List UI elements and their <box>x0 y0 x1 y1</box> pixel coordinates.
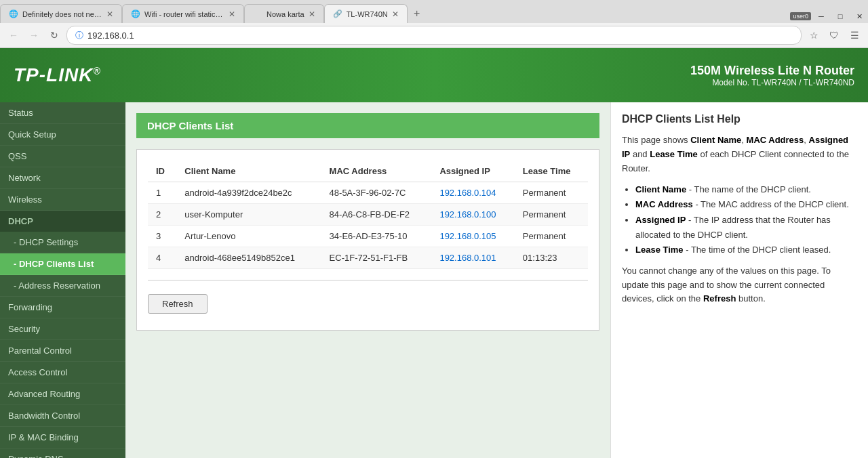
tab-label-4: TL-WR740N <box>347 10 388 18</box>
refresh-button[interactable]: Refresh <box>148 294 208 314</box>
main-layout: Status Quick Setup QSS Network Wireless … <box>0 102 868 458</box>
content-area: DHCP Clients List ID Client Name MAC Add… <box>125 102 610 458</box>
help-intro: This page shows Client Name, MAC Address… <box>622 133 857 175</box>
cell-id: 1 <box>148 182 176 204</box>
address-bar-row: ← → ↻ ⓘ 192.168.0.1 ☆ 🛡 ☰ <box>0 23 868 47</box>
sidebar-item-wireless[interactable]: Wireless <box>0 189 125 211</box>
reload-button[interactable]: ↻ <box>46 27 62 43</box>
router-model-number: Model No. TL-WR740N / TL-WR740ND <box>690 78 854 87</box>
help-footer: You cannot change any of the values on t… <box>622 264 857 306</box>
sidebar-item-qss[interactable]: QSS <box>0 146 125 167</box>
sidebar-label-status: Status <box>8 108 33 118</box>
cell-lease-time: Permanent <box>515 204 588 226</box>
sidebar-item-dhcp-settings[interactable]: - DHCP Settings <box>0 232 125 253</box>
tab-favicon-2: 🌐 <box>131 9 140 19</box>
cell-id: 2 <box>148 204 176 226</box>
sidebar-label-dhcp: DHCP <box>8 216 33 226</box>
cell-assigned-ip: 192.168.0.105 <box>431 226 514 247</box>
address-text: 192.168.0.1 <box>87 30 793 41</box>
new-tab-button[interactable]: + <box>408 4 427 23</box>
col-client-name: Client Name <box>176 161 321 182</box>
forward-button[interactable]: → <box>26 27 42 43</box>
cell-assigned-ip: 192.168.0.101 <box>431 247 514 269</box>
help-list-item: Lease Time - The time of the DHCP client… <box>635 243 857 257</box>
cell-client-name: Artur-Lenovo <box>176 226 321 247</box>
cell-id: 4 <box>148 247 176 269</box>
sidebar-item-quick-setup[interactable]: Quick Setup <box>0 124 125 146</box>
sidebar-label-network: Network <box>8 173 41 183</box>
sidebar: Status Quick Setup QSS Network Wireless … <box>0 102 125 458</box>
browser-tab-3[interactable]: Nowa karta ✕ <box>244 4 324 23</box>
logo-text: TP-LINK <box>14 64 93 85</box>
sidebar-item-dhcp[interactable]: DHCP <box>0 211 125 232</box>
tab-close-3[interactable]: ✕ <box>309 9 315 19</box>
table-row: 3 Artur-Lenovo 34-E6-AD-E3-75-10 192.168… <box>148 226 588 247</box>
address-bar[interactable]: ⓘ 192.168.0.1 <box>66 26 802 45</box>
sidebar-label-dhcp-settings: - DHCP Settings <box>14 237 78 247</box>
back-button[interactable]: ← <box>5 27 22 43</box>
sidebar-label-wireless: Wireless <box>8 194 42 205</box>
sidebar-item-forwarding[interactable]: Forwarding <box>0 297 125 318</box>
sidebar-item-access-control[interactable]: Access Control <box>0 362 125 383</box>
sidebar-item-advanced-routing[interactable]: Advanced Routing <box>0 383 125 405</box>
help-list: Client Name - The name of the DHCP clien… <box>622 182 857 257</box>
sidebar-label-access-control: Access Control <box>8 367 67 377</box>
user-badge: user0 <box>790 12 811 20</box>
tab-close-2[interactable]: ✕ <box>229 9 235 19</box>
cell-assigned-ip: 192.168.0.104 <box>431 182 514 204</box>
sidebar-item-address-reservation[interactable]: - Address Reservation <box>0 275 125 297</box>
sidebar-item-status[interactable]: Status <box>0 102 125 124</box>
reg-symbol: ® <box>93 66 100 77</box>
router-info: 150M Wireless Lite N Router Model No. TL… <box>690 64 854 87</box>
close-window-button[interactable]: ✕ <box>850 9 868 23</box>
sidebar-label-quick-setup: Quick Setup <box>8 129 56 140</box>
window-controls: user0 ─ □ ✕ <box>790 9 868 23</box>
sidebar-item-network[interactable]: Network <box>0 167 125 189</box>
table-row: 1 android-4a939f2dce24be2c 48-5A-3F-96-0… <box>148 182 588 204</box>
section-header: DHCP Clients List <box>136 113 599 138</box>
sidebar-label-security: Security <box>8 324 40 334</box>
col-mac: MAC Address <box>321 161 432 182</box>
tab-favicon-1: 🌐 <box>9 9 18 19</box>
browser-tab-2[interactable]: 🌐 Wifi - router wifi static rout... ✕ <box>122 4 244 23</box>
shield-icon: 🛡 <box>826 27 842 43</box>
cell-id: 3 <box>148 226 176 247</box>
clients-table: ID Client Name MAC Address Assigned IP L… <box>148 161 588 269</box>
help-title: DHCP Clients List Help <box>622 113 857 125</box>
bookmark-button[interactable]: ☆ <box>806 27 822 43</box>
help-panel: DHCP Clients List Help This page shows C… <box>610 102 868 458</box>
browser-tab-4[interactable]: 🔗 TL-WR740N ✕ <box>324 4 408 23</box>
menu-button[interactable]: ☰ <box>846 27 863 43</box>
sidebar-item-parental-control[interactable]: Parental Control <box>0 340 125 362</box>
sidebar-item-dynamic-dns[interactable]: Dynamic DNS <box>0 449 125 458</box>
sidebar-item-bandwidth-control[interactable]: Bandwidth Control <box>0 405 125 427</box>
sidebar-item-ip-mac-binding[interactable]: IP & MAC Binding <box>0 427 125 449</box>
tab-close-4[interactable]: ✕ <box>392 9 399 19</box>
tab-bar: 🌐 Definitely does not need a ... ✕ 🌐 Wif… <box>0 0 868 23</box>
cell-client-name: android-4a939f2dce24be2c <box>176 182 321 204</box>
cell-lease-time: Permanent <box>515 182 588 204</box>
col-assigned-ip: Assigned IP <box>431 161 514 182</box>
browser-tab-1[interactable]: 🌐 Definitely does not need a ... ✕ <box>0 4 122 23</box>
cell-mac: EC-1F-72-51-F1-FB <box>321 247 432 269</box>
sidebar-label-dhcp-clients-list: - DHCP Clients List <box>14 259 94 269</box>
col-lease-time: Lease Time <box>515 161 588 182</box>
browser-chrome: 🌐 Definitely does not need a ... ✕ 🌐 Wif… <box>0 0 868 48</box>
tab-label-3: Nowa karta <box>267 10 304 18</box>
sidebar-item-security[interactable]: Security <box>0 318 125 340</box>
maximize-button[interactable]: □ <box>831 9 849 23</box>
cell-mac: 34-E6-AD-E3-75-10 <box>321 226 432 247</box>
tab-close-1[interactable]: ✕ <box>106 9 113 19</box>
cell-lease-time: 01:13:23 <box>515 247 588 269</box>
minimize-button[interactable]: ─ <box>812 9 830 23</box>
table-divider <box>148 280 588 280</box>
cell-mac: 84-A6-C8-FB-DE-F2 <box>321 204 432 226</box>
sidebar-item-dhcp-clients-list[interactable]: - DHCP Clients List <box>0 253 125 275</box>
sidebar-label-ip-mac-binding: IP & MAC Binding <box>8 432 79 442</box>
router-model-title: 150M Wireless Lite N Router <box>690 64 854 78</box>
content-inner: ID Client Name MAC Address Assigned IP L… <box>136 149 599 331</box>
sidebar-label-qss: QSS <box>8 151 26 161</box>
sidebar-label-bandwidth-control: Bandwidth Control <box>8 411 80 421</box>
help-list-item: Client Name - The name of the DHCP clien… <box>635 182 857 197</box>
cell-assigned-ip: 192.168.0.100 <box>431 204 514 226</box>
